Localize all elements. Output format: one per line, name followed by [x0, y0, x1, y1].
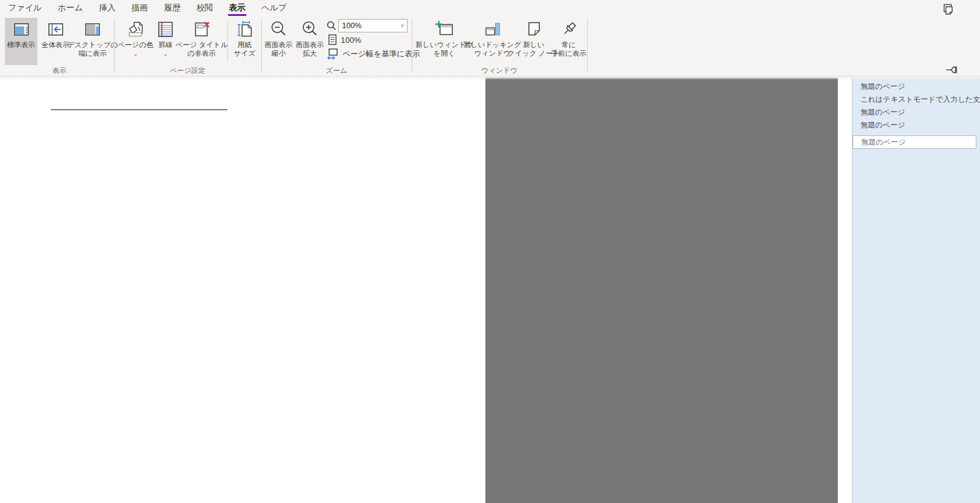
new-quick-note-button[interactable]: 新しいクイック ノート [517, 18, 551, 65]
page-color-button[interactable]: ページの色 ⌄ [118, 18, 153, 65]
zoom-in-icon [300, 20, 320, 39]
hide-page-title-icon [192, 20, 211, 39]
tab-view[interactable]: 表示 [221, 0, 253, 17]
pages-icon [942, 4, 954, 16]
zoom-percentage-combobox[interactable]: 100% ˅ [338, 19, 408, 32]
page-list: 無題のページ これはテキストモードで入力した文章で 無題のページ 無題のページ … [853, 77, 980, 149]
button-label: ページの色 [118, 41, 153, 50]
full-page-view-toggle-button[interactable] [942, 4, 954, 16]
page-list-item-selected[interactable]: 無題のページ [853, 135, 976, 149]
ribbon-tab-bar: ファイル ホーム 挿入 描画 履歴 校閲 表示 ヘルプ [0, 0, 980, 17]
page-title-underline[interactable] [51, 109, 227, 110]
group-label-window: ウィンドウ [412, 66, 587, 76]
button-label: デスクトップの端に表示 [67, 41, 118, 58]
zoom-combo-row: 100% ˅ [327, 19, 408, 32]
chevron-down-icon: ⌄ [163, 51, 168, 56]
pushpin-icon [559, 20, 579, 39]
rule-lines-icon [156, 20, 175, 39]
zoom-in-button[interactable]: 画面表示拡大 [295, 18, 325, 65]
canvas-gray-area [485, 77, 838, 503]
tab-draw[interactable]: 描画 [123, 0, 156, 17]
page-list-item[interactable]: これはテキストモードで入力した文章で [853, 93, 980, 106]
page-width-zoom-row[interactable]: ページ幅を基準に表示 [327, 48, 420, 60]
zoom-combo-value: 100% [339, 21, 401, 30]
normal-view-button[interactable]: 標準表示 [5, 18, 37, 65]
page-width-icon [327, 48, 339, 60]
page-list-item[interactable]: 無題のページ [853, 106, 980, 119]
combo-chevron-down-icon: ˅ [401, 23, 407, 29]
zoom-out-icon [269, 20, 289, 39]
ribbon-body: 標準表示 全体表示 [0, 17, 980, 76]
new-docked-window-icon [483, 20, 503, 39]
button-label: 画面表示縮小 [265, 41, 293, 58]
page-width-label: ページ幅を基準に表示 [343, 49, 420, 59]
group-separator [261, 18, 262, 72]
chevron-down-icon: ⌄ [133, 51, 138, 56]
tab-history[interactable]: 履歴 [156, 0, 188, 17]
page-list-item[interactable]: 無題のページ [853, 80, 980, 93]
search-icon [327, 21, 336, 31]
new-window-button[interactable]: 新しいウィンドウを開く [420, 18, 468, 65]
zoom-level-row[interactable]: 100% [327, 34, 361, 45]
tab-insert[interactable]: 挿入 [91, 0, 123, 17]
paper-size-button[interactable]: 用紙サイズ [230, 18, 259, 65]
group-label-zoom: ズーム [261, 66, 412, 76]
group-separator [412, 18, 412, 72]
full-page-view-icon [46, 20, 66, 39]
tab-home[interactable]: ホーム [50, 0, 91, 17]
ribbon: ファイル ホーム 挿入 描画 履歴 校閲 表示 ヘルプ [0, 0, 980, 77]
always-on-top-button[interactable]: 常に手前に表示 [551, 18, 587, 65]
group-label-view: 表示 [5, 66, 114, 76]
page-canvas[interactable] [0, 77, 485, 503]
onenote-app: ファイル ホーム 挿入 描画 履歴 校閲 表示 ヘルプ [0, 0, 980, 503]
button-label: 標準表示 [7, 41, 36, 50]
button-label: ページ タイトルの非表示 [175, 41, 227, 58]
button-label: 用紙サイズ [234, 41, 255, 58]
button-label: 画面表示拡大 [296, 41, 324, 58]
group-separator [114, 18, 115, 72]
intra-group-separator [227, 20, 228, 62]
dock-to-desktop-icon [83, 20, 102, 39]
tab-help[interactable]: ヘルプ [253, 0, 294, 17]
group-label-page-setup: ページ設定 [114, 66, 261, 76]
paper-size-icon [235, 20, 254, 39]
new-quick-note-icon [524, 20, 544, 39]
page-list-sidebar: 無題のページ これはテキストモードで入力した文章で 無題のページ 無題のページ … [852, 77, 980, 503]
new-window-icon [435, 20, 454, 39]
content-area: 無題のページ これはテキストモードで入力した文章で 無題のページ 無題のページ … [0, 77, 980, 503]
scrollbar-gap[interactable] [838, 77, 852, 503]
group-separator [587, 18, 588, 72]
tab-file[interactable]: ファイル [0, 0, 50, 17]
tab-review[interactable]: 校閲 [188, 0, 221, 17]
zoom-level-label: 100% [341, 36, 361, 45]
button-label: 罫線 [159, 41, 173, 50]
zoom-out-button[interactable]: 画面表示縮小 [264, 18, 294, 65]
dock-to-desktop-button[interactable]: デスクトップの端に表示 [73, 18, 112, 65]
rule-lines-button[interactable]: 罫線 ⌄ [154, 18, 177, 65]
hide-page-title-button[interactable]: ページ タイトルの非表示 [178, 18, 226, 65]
page-list-item[interactable]: 無題のページ [853, 119, 980, 132]
button-label: 常に手前に表示 [551, 41, 587, 58]
zoom-level-page-icon [328, 34, 337, 45]
normal-view-icon [12, 20, 31, 39]
page-color-icon [126, 20, 145, 39]
button-label: 全体表示 [42, 41, 70, 50]
